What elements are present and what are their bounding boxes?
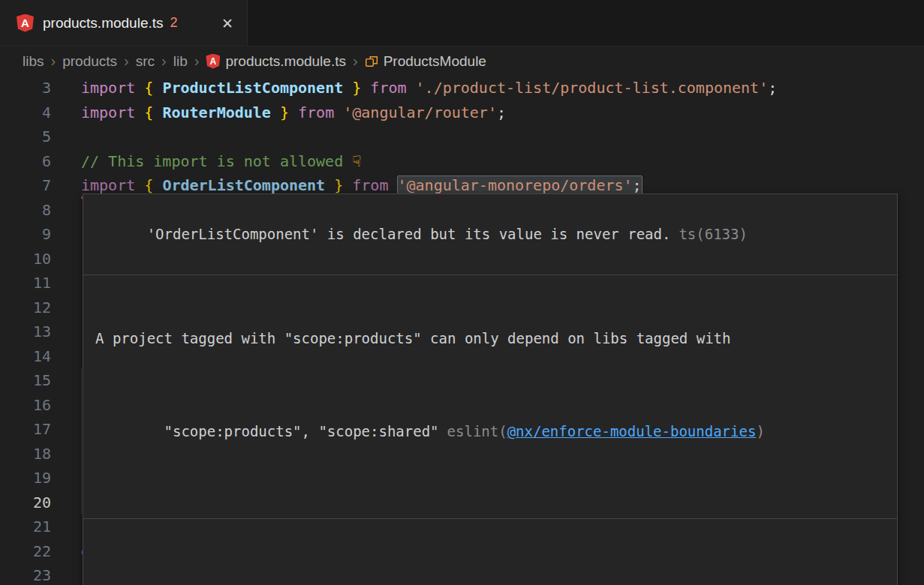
line-number[interactable]: 10 <box>0 247 51 272</box>
symbol-class-icon <box>365 55 378 68</box>
line-number[interactable]: 7 <box>0 173 51 198</box>
breadcrumb-item-src[interactable]: src <box>136 53 155 70</box>
editor: 3import { ProductListComponent } from '.… <box>0 76 924 585</box>
code-line-6[interactable]: 6// This import is not allowed ☟ <box>0 149 924 174</box>
breadcrumb-separator-icon: › <box>161 52 167 70</box>
breadcrumb-label: products <box>62 53 117 70</box>
breadcrumb-item-libs[interactable]: libs <box>23 53 44 70</box>
breadcrumb-separator-icon: › <box>51 52 56 70</box>
code-text: // This import is not allowed ☟ <box>81 149 361 174</box>
indent-guide <box>81 490 82 515</box>
eslint-message-line2-text: "scope:products", "scope:shared" <box>164 423 439 440</box>
breadcrumb-label: libs <box>23 53 44 70</box>
breadcrumb-label: lib <box>173 53 188 70</box>
indent-guide <box>81 393 82 418</box>
eslint-diagnostic-message: A project tagged with "scope:products" c… <box>83 275 897 519</box>
line-number[interactable]: 15 <box>0 368 51 393</box>
line-number[interactable]: 5 <box>0 124 51 149</box>
code-line-3[interactable]: 3import { ProductListComponent } from '.… <box>0 76 924 100</box>
line-number[interactable]: 16 <box>0 393 51 418</box>
breadcrumb-separator-icon: › <box>124 52 129 70</box>
breadcrumb-separator-icon: › <box>353 52 358 70</box>
line-number[interactable]: 18 <box>0 442 51 466</box>
breadcrumb-label: src <box>136 53 155 70</box>
line-number[interactable]: 13 <box>0 320 51 344</box>
eslint-message-line1: A project tagged with "scope:products" c… <box>95 327 885 350</box>
ts-diagnostic-message: 'OrderListComponent' is declared but its… <box>83 194 897 275</box>
breadcrumb-item-products-module-ts[interactable]: products.module.ts <box>206 53 346 70</box>
tab-products-module-ts[interactable]: products.module.ts 2 ✕ <box>0 0 248 46</box>
line-number[interactable]: 12 <box>0 296 51 320</box>
eslint-rule-link[interactable]: @nx/enforce-module-boundaries <box>507 423 757 440</box>
breadcrumb-separator-icon: › <box>194 52 200 70</box>
breadcrumb-label: ProductsModule <box>384 53 486 70</box>
indent-guide <box>81 442 82 466</box>
close-icon[interactable]: ✕ <box>208 15 233 32</box>
tab-label: products.module.ts <box>43 15 164 32</box>
line-number[interactable]: 3 <box>0 76 51 100</box>
line-number[interactable]: 19 <box>0 466 51 490</box>
eslint-message-line2: "scope:products", "scope:shared"eslint(@… <box>95 397 885 466</box>
indent-guide <box>81 466 82 490</box>
breadcrumb-item-lib[interactable]: lib <box>173 53 188 70</box>
line-number[interactable]: 8 <box>0 198 51 223</box>
line-number[interactable]: 22 <box>0 539 51 564</box>
hover-popup: 'OrderListComponent' is declared but its… <box>83 194 898 585</box>
line-number[interactable]: 14 <box>0 344 51 369</box>
problem-count-badge: 2 <box>170 15 178 31</box>
indent-guide <box>81 368 82 393</box>
code-text: import { ProductListComponent } from './… <box>81 76 777 100</box>
breadcrumb: libs›products›src›lib›products.module.ts… <box>0 46 924 76</box>
breadcrumb-item-products[interactable]: products <box>62 53 117 70</box>
eslint-source-suffix: ) <box>756 423 764 440</box>
angular-icon <box>17 14 34 32</box>
line-number[interactable]: 21 <box>0 514 51 539</box>
code-line-4[interactable]: 4import { RouterModule } from '@angular/… <box>0 100 924 125</box>
breadcrumb-item-productsmodule[interactable]: ProductsModule <box>365 53 486 70</box>
code-line-5[interactable]: 5 <box>0 124 924 149</box>
line-number[interactable]: 23 <box>0 563 51 585</box>
line-number[interactable]: 20 <box>0 490 51 515</box>
line-number[interactable]: 9 <box>0 222 51 247</box>
tab-bar: products.module.ts 2 ✕ <box>0 0 924 46</box>
code-text: import { RouterModule } from '@angular/r… <box>81 100 506 125</box>
breadcrumb-label: products.module.ts <box>225 53 346 70</box>
line-number[interactable]: 4 <box>0 100 51 125</box>
eslint-source-prefix: eslint( <box>447 423 507 440</box>
module-path-block: module"/Users/isaac/Documents/code/nx-re… <box>83 519 897 585</box>
ts-diagnostic-source: ts(6133) <box>679 226 748 242</box>
ts-diagnostic-text: 'OrderListComponent' is declared but its… <box>147 226 671 242</box>
angular-icon <box>206 54 220 69</box>
line-number[interactable]: 6 <box>0 149 51 174</box>
indent-guide <box>81 417 82 442</box>
module-path-line1: module"/Users/isaac/Documents/code/nx-re… <box>95 571 885 585</box>
line-number[interactable]: 17 <box>0 417 51 442</box>
line-number[interactable]: 11 <box>0 271 51 296</box>
